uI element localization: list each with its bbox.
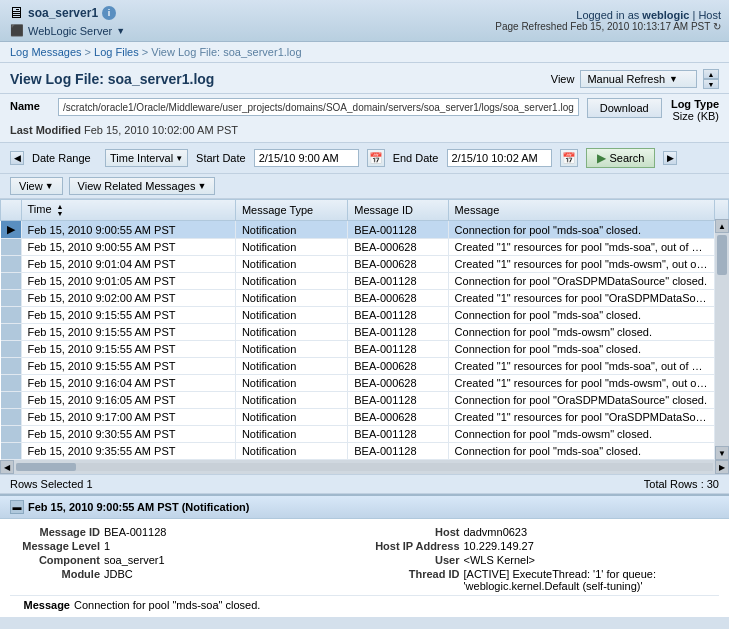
row-indicator	[1, 290, 22, 307]
h-scroll-right[interactable]: ▶	[715, 460, 729, 474]
cell-id: BEA-000628	[348, 290, 448, 307]
cell-message: Connection for pool "mds-soa" closed.	[448, 221, 714, 239]
table-row[interactable]: Feb 15, 2010 9:15:55 AM PSTNotificationB…	[1, 324, 729, 341]
cell-id: BEA-001128	[348, 324, 448, 341]
name-label: Name	[10, 98, 50, 112]
table-row[interactable]: Feb 15, 2010 9:01:05 AM PSTNotificationB…	[1, 273, 729, 290]
table-row[interactable]: Feb 15, 2010 9:17:00 AM PSTNotificationB…	[1, 409, 729, 426]
cell-id: BEA-000628	[348, 239, 448, 256]
table-row[interactable]: Feb 15, 2010 9:00:55 AM PSTNotificationB…	[1, 239, 729, 256]
cell-time: Feb 15, 2010 9:00:55 AM PST	[21, 221, 235, 239]
vertical-scrollbar[interactable]: ▲ ▼	[715, 219, 729, 460]
download-button[interactable]: Download	[587, 98, 662, 118]
toolbar: View ▼ View Related Messages ▼	[0, 174, 729, 199]
horizontal-scrollbar: ◀ ▶	[0, 460, 729, 474]
start-date-calendar-icon[interactable]: 📅	[367, 149, 385, 167]
rows-selected-value: 1	[86, 478, 92, 490]
row-indicator	[1, 256, 22, 273]
cell-time: Feb 15, 2010 9:35:55 AM PST	[21, 443, 235, 460]
detail-title: Feb 15, 2010 9:00:55 AM PST (Notificatio…	[28, 501, 249, 513]
page-title: View Log File: soa_server1.log	[10, 71, 214, 87]
breadcrumb-log-files[interactable]: Log Files	[94, 46, 139, 58]
logged-in-label: Logged in as	[576, 9, 639, 21]
log-type-label: Log Type	[671, 98, 719, 110]
table-row[interactable]: Feb 15, 2010 9:15:55 AM PSTNotificationB…	[1, 358, 729, 375]
server-type: WebLogic Server	[28, 25, 112, 37]
end-date-calendar-icon[interactable]: 📅	[560, 149, 578, 167]
scroll-down-btn[interactable]: ▼	[703, 79, 719, 89]
cell-id: BEA-001128	[348, 392, 448, 409]
detail-module-value: JDBC	[104, 568, 133, 580]
start-date-input[interactable]	[254, 149, 359, 167]
detail-message-id-row: Message ID BEA-001128	[10, 525, 360, 539]
view-button[interactable]: View ▼	[10, 177, 63, 195]
detail-thread-id-row: Thread ID [ACTIVE] ExecuteThread: '1' fo…	[370, 567, 720, 593]
date-range-label: Date Range	[32, 152, 97, 164]
table-row[interactable]: Feb 15, 2010 9:35:55 AM PSTNotificationB…	[1, 443, 729, 460]
cell-id: BEA-000628	[348, 375, 448, 392]
server-dropdown-arrow[interactable]: ▼	[116, 26, 125, 36]
scroll-up[interactable]: ▲	[715, 219, 729, 233]
refresh-icon[interactable]: ↻	[713, 21, 721, 32]
cell-type: Notification	[235, 375, 347, 392]
detail-message-level-value: 1	[104, 540, 110, 552]
info-icon[interactable]: i	[102, 6, 116, 20]
cell-message: Connection for pool "mds-soa" closed.	[448, 307, 714, 324]
h-scroll-left[interactable]: ◀	[0, 460, 14, 474]
log-type-area: Log Type Size (KB)	[671, 98, 719, 122]
col-indicator	[1, 200, 22, 221]
detail-component-row: Component soa_server1	[10, 553, 360, 567]
time-interval-dropdown[interactable]: Time Interval ▼	[105, 149, 188, 167]
table-row[interactable]: Feb 15, 2010 9:16:05 AM PSTNotificationB…	[1, 392, 729, 409]
view-label: View	[551, 73, 575, 85]
col-message-type: Message Type	[235, 200, 347, 221]
cell-type: Notification	[235, 358, 347, 375]
detail-host-label: Host	[370, 526, 460, 538]
table-row[interactable]: Feb 15, 2010 9:02:00 AM PSTNotificationB…	[1, 290, 729, 307]
row-indicator	[1, 307, 22, 324]
detail-grid: Message ID BEA-001128 Message Level 1 Co…	[10, 525, 719, 593]
cell-time: Feb 15, 2010 9:00:55 AM PST	[21, 239, 235, 256]
cell-time: Feb 15, 2010 9:30:55 AM PST	[21, 426, 235, 443]
table-row[interactable]: ▶Feb 15, 2010 9:00:55 AM PSTNotification…	[1, 221, 729, 239]
file-info-area: Name /scratch/oracle1/Oracle/Middleware/…	[0, 94, 729, 143]
scroll-track	[715, 233, 729, 446]
table-row[interactable]: Feb 15, 2010 9:15:55 AM PSTNotificationB…	[1, 307, 729, 324]
scroll-up-btn[interactable]: ▲	[703, 69, 719, 79]
detail-collapse-button[interactable]: ▬	[10, 500, 24, 514]
col-time-label: Time	[28, 203, 52, 215]
detail-message-id-label: Message ID	[10, 526, 100, 538]
table-row[interactable]: Feb 15, 2010 9:30:55 AM PSTNotificationB…	[1, 426, 729, 443]
scroll-thumb	[717, 235, 727, 275]
cell-type: Notification	[235, 409, 347, 426]
cell-message: Connection for pool "OraSDPMDataSource" …	[448, 273, 714, 290]
wls-icon: ⬛	[10, 24, 24, 37]
cell-type: Notification	[235, 392, 347, 409]
cell-type: Notification	[235, 426, 347, 443]
detail-host-row: Host dadvmn0623	[370, 525, 720, 539]
row-indicator	[1, 375, 22, 392]
cell-time: Feb 15, 2010 9:01:04 AM PST	[21, 256, 235, 273]
cell-id: BEA-001128	[348, 443, 448, 460]
view-dropdown[interactable]: Manual Refresh ▼	[580, 70, 697, 88]
col-message-label: Message	[455, 204, 500, 216]
scroll-down[interactable]: ▼	[715, 446, 729, 460]
search-button[interactable]: ▶ Search	[586, 148, 656, 168]
detail-host-ip-value: 10.229.149.27	[464, 540, 534, 552]
row-indicator	[1, 426, 22, 443]
view-btn-label: View	[19, 180, 43, 192]
table-row[interactable]: Feb 15, 2010 9:15:55 AM PSTNotificationB…	[1, 341, 729, 358]
cell-message: Created "1" resources for pool "mds-owsm…	[448, 375, 714, 392]
cell-id: BEA-000628	[348, 358, 448, 375]
filter-scroll-right[interactable]: ▶	[663, 151, 677, 165]
table-row[interactable]: Feb 15, 2010 9:16:04 AM PSTNotificationB…	[1, 375, 729, 392]
end-date-input[interactable]	[447, 149, 552, 167]
filter-scroll-left[interactable]: ◀	[10, 151, 24, 165]
detail-host-ip-label: Host IP Address	[370, 540, 460, 552]
time-interval-arrow: ▼	[175, 154, 183, 163]
col-time[interactable]: Time ▲▼	[21, 200, 235, 221]
table-row[interactable]: Feb 15, 2010 9:01:04 AM PSTNotificationB…	[1, 256, 729, 273]
view-related-button[interactable]: View Related Messages ▼	[69, 177, 216, 195]
detail-message-level-label: Message Level	[10, 540, 100, 552]
breadcrumb-log-messages[interactable]: Log Messages	[10, 46, 82, 58]
